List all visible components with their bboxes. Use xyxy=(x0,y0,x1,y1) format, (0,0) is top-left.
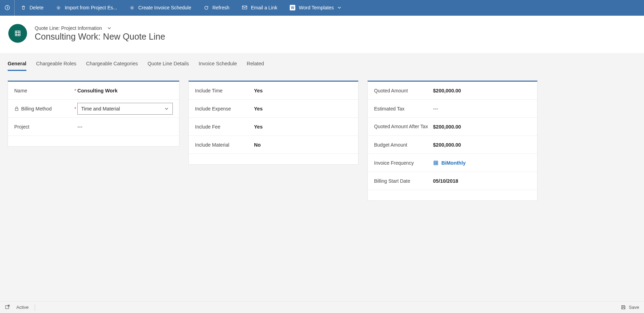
import-project-button[interactable]: Import from Project Es... xyxy=(50,0,123,16)
delete-label: Delete xyxy=(29,5,43,10)
status-bar: Active Save xyxy=(0,301,644,313)
svg-rect-5 xyxy=(15,108,18,110)
tab-general[interactable]: General xyxy=(8,61,26,71)
gear-icon xyxy=(56,5,61,10)
svg-rect-6 xyxy=(434,161,438,165)
svg-rect-4 xyxy=(15,31,20,36)
include-fee-label: Include Fee xyxy=(195,124,220,130)
lock-icon xyxy=(14,106,19,111)
svg-point-2 xyxy=(132,7,133,8)
create-invoice-schedule-button[interactable]: Create Invoice Schedule xyxy=(123,0,197,16)
quoted-after-tax-value: $200,000.00 xyxy=(433,124,531,130)
gear-icon xyxy=(129,5,135,10)
invoice-frequency-value[interactable]: BiMonthly xyxy=(433,160,531,166)
chevron-down-icon xyxy=(107,26,112,31)
quoted-amount-label: Quoted Amount xyxy=(374,88,408,93)
field-include-fee[interactable]: Include Fee Yes xyxy=(189,118,358,136)
create-schedule-label: Create Invoice Schedule xyxy=(138,5,191,10)
delete-button[interactable]: Delete xyxy=(15,0,50,16)
popout-icon xyxy=(5,304,10,310)
refresh-button[interactable]: Refresh xyxy=(197,0,236,16)
field-quoted-amount[interactable]: Quoted Amount $200,000.00 xyxy=(368,82,537,100)
invoice-frequency-label: Invoice Frequency xyxy=(374,160,414,166)
word-templates-button[interactable]: W Word Templates xyxy=(283,0,348,16)
field-name[interactable]: Name * Consulting Work xyxy=(8,82,179,100)
card-basic: Name * Consulting Work Billing Method * … xyxy=(8,81,179,147)
status-divider xyxy=(35,304,35,311)
trash-icon xyxy=(21,5,26,10)
include-expense-value: Yes xyxy=(254,106,352,112)
estimated-tax-label: Estimated Tax xyxy=(374,106,405,112)
refresh-label: Refresh xyxy=(212,5,229,10)
tab-quote-line-details[interactable]: Quote Line Details xyxy=(147,61,189,71)
required-indicator: * xyxy=(73,106,77,112)
tab-invoice-schedule[interactable]: Invoice Schedule xyxy=(199,61,237,71)
quoted-after-tax-label: Quoted Amount After Tax xyxy=(374,124,428,130)
estimated-tax-value: --- xyxy=(433,106,531,112)
field-quoted-after-tax[interactable]: Quoted Amount After Tax $200,000.00 xyxy=(368,118,537,136)
record-header: Quote Line: Project Information Consulti… xyxy=(0,16,644,53)
main-area: General Chargeable Roles Chargeable Cate… xyxy=(0,53,644,301)
email-link-label: Email a Link xyxy=(251,5,277,10)
project-value: --- xyxy=(77,124,173,130)
chevron-down-icon xyxy=(164,106,169,111)
budget-amount-label: Budget Amount xyxy=(374,142,407,148)
tab-list: General Chargeable Roles Chargeable Cate… xyxy=(0,53,644,71)
include-material-label: Include Material xyxy=(195,142,229,148)
field-include-material[interactable]: Include Material No xyxy=(189,136,358,154)
word-icon: W xyxy=(290,5,295,10)
chevron-right-circle-icon xyxy=(5,5,10,10)
budget-amount-value: $200,000.00 xyxy=(433,142,531,148)
billing-method-value: Time and Material xyxy=(81,106,120,112)
svg-rect-3 xyxy=(242,6,247,9)
field-estimated-tax[interactable]: Estimated Tax --- xyxy=(368,100,537,118)
svg-rect-9 xyxy=(622,308,625,309)
field-include-time[interactable]: Include Time Yes xyxy=(189,82,358,100)
page-title: Consulting Work: New Quote Line xyxy=(35,32,165,42)
tab-related[interactable]: Related xyxy=(247,61,264,71)
card-includes: Include Time Yes Include Expense Yes Inc… xyxy=(188,81,358,165)
billing-label: Billing Method xyxy=(21,106,52,112)
save-icon xyxy=(621,305,626,310)
word-templates-label: Word Templates xyxy=(299,5,334,10)
svg-point-1 xyxy=(58,7,59,8)
include-time-label: Include Time xyxy=(195,88,222,93)
popout-button[interactable] xyxy=(5,304,10,311)
import-label: Import from Project Es... xyxy=(65,5,117,10)
required-indicator: * xyxy=(73,88,77,93)
command-bar: Delete Import from Project Es... Create … xyxy=(0,0,644,16)
email-icon xyxy=(242,5,247,10)
card-amounts: Quoted Amount $200,000.00 Estimated Tax … xyxy=(367,81,537,201)
breadcrumb[interactable]: Quote Line: Project Information xyxy=(35,25,165,31)
billing-method-select[interactable]: Time and Material xyxy=(77,103,173,115)
chevron-down-icon xyxy=(337,6,341,10)
quoted-amount-value: $200,000.00 xyxy=(433,88,531,93)
field-project[interactable]: Project --- xyxy=(8,118,179,136)
field-budget-amount[interactable]: Budget Amount $200,000.00 xyxy=(368,136,537,154)
svg-rect-8 xyxy=(622,306,624,307)
lookup-icon xyxy=(433,160,439,166)
tab-chargeable-categories[interactable]: Chargeable Categories xyxy=(86,61,138,71)
expand-panel-button[interactable] xyxy=(0,0,15,16)
save-button[interactable]: Save xyxy=(621,305,639,310)
email-link-button[interactable]: Email a Link xyxy=(236,0,283,16)
status-text: Active xyxy=(16,305,28,310)
include-fee-value: Yes xyxy=(254,124,352,130)
tab-chargeable-roles[interactable]: Chargeable Roles xyxy=(36,61,76,71)
field-billing-start-date[interactable]: Billing Start Date 05/10/2018 xyxy=(368,172,537,190)
svg-point-0 xyxy=(5,6,9,10)
breadcrumb-text: Quote Line: Project Information xyxy=(35,25,102,31)
refresh-icon xyxy=(204,5,209,10)
field-include-expense[interactable]: Include Expense Yes xyxy=(189,100,358,118)
field-billing-method: Billing Method * Time and Material xyxy=(8,100,179,118)
billing-start-label: Billing Start Date xyxy=(374,178,410,184)
save-label: Save xyxy=(629,305,639,310)
include-time-value: Yes xyxy=(254,88,352,93)
entity-icon xyxy=(8,24,27,43)
cards-row: Name * Consulting Work Billing Method * … xyxy=(0,71,644,201)
name-label: Name xyxy=(14,88,27,93)
project-label: Project xyxy=(14,124,29,130)
include-material-value: No xyxy=(254,142,352,148)
field-invoice-frequency[interactable]: Invoice Frequency BiMonthly xyxy=(368,154,537,172)
invoice-frequency-text: BiMonthly xyxy=(441,160,466,166)
